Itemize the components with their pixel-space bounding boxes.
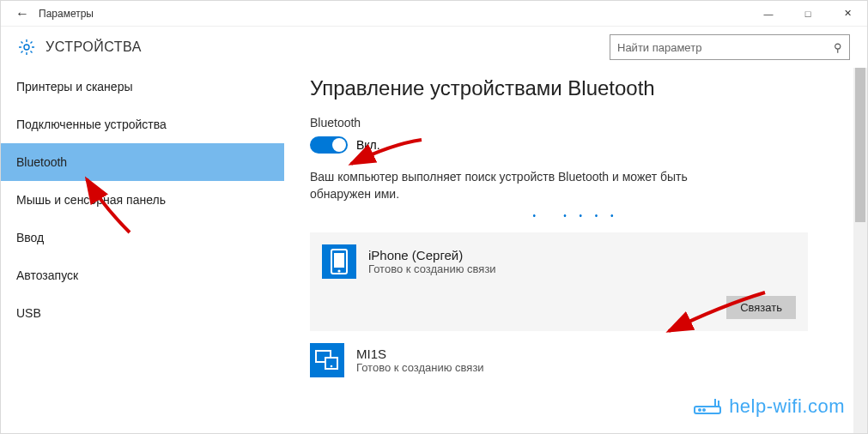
device-icon bbox=[310, 343, 344, 377]
svg-point-9 bbox=[703, 409, 705, 411]
device-status: Готово к созданию связи bbox=[356, 361, 808, 374]
svg-point-8 bbox=[699, 409, 701, 411]
svg-rect-2 bbox=[334, 253, 344, 268]
vertical-scrollbar[interactable] bbox=[853, 68, 867, 433]
sidebar-item-label: Мышь и сенсорная панель bbox=[16, 193, 166, 207]
search-input[interactable] bbox=[617, 41, 834, 54]
wifi-router-icon bbox=[693, 396, 722, 417]
device-item-selected[interactable]: iPhone (Сергей) Готово к созданию связи … bbox=[310, 232, 808, 331]
sidebar: Принтеры и сканеры Подключенные устройст… bbox=[1, 68, 284, 433]
sidebar-item-bluetooth[interactable]: Bluetooth bbox=[1, 143, 284, 181]
content-area: Управление устройствами Bluetooth Blueto… bbox=[284, 68, 867, 433]
sidebar-item-label: Автозапуск bbox=[16, 268, 78, 282]
titlebar: ← Параметры — □ ✕ bbox=[1, 1, 867, 27]
sidebar-item-label: Ввод bbox=[16, 231, 44, 244]
device-status: Готово к созданию связи bbox=[368, 262, 796, 275]
phone-icon bbox=[322, 244, 356, 279]
sidebar-item-mouse[interactable]: Мышь и сенсорная панель bbox=[1, 181, 284, 219]
sidebar-item-connected-devices[interactable]: Подключенные устройства bbox=[1, 105, 284, 143]
device-name: MI1S bbox=[356, 347, 808, 361]
bluetooth-toggle[interactable] bbox=[310, 136, 348, 154]
sidebar-item-autorun[interactable]: Автозапуск bbox=[1, 256, 284, 294]
sidebar-item-input[interactable]: Ввод bbox=[1, 219, 284, 256]
svg-point-0 bbox=[24, 45, 29, 50]
close-button[interactable]: ✕ bbox=[828, 1, 867, 27]
maximize-button[interactable]: □ bbox=[788, 1, 828, 27]
back-button[interactable]: ← bbox=[9, 6, 35, 21]
sidebar-item-label: Подключенные устройства bbox=[16, 118, 167, 131]
window-controls: — □ ✕ bbox=[749, 1, 867, 27]
gear-icon bbox=[18, 39, 35, 56]
page-category-title: УСТРОЙСТВА bbox=[46, 39, 142, 55]
header: УСТРОЙСТВА ⚲ bbox=[1, 27, 867, 68]
bluetooth-toggle-state: Вкл. bbox=[356, 138, 380, 152]
pair-button[interactable]: Связать bbox=[726, 296, 796, 319]
search-icon: ⚲ bbox=[834, 41, 842, 54]
sidebar-item-label: Bluetooth bbox=[16, 155, 67, 169]
sidebar-item-label: Принтеры и сканеры bbox=[16, 80, 132, 93]
search-box[interactable]: ⚲ bbox=[610, 34, 850, 60]
device-item[interactable]: MI1S Готово к созданию связи bbox=[310, 343, 808, 377]
watermark: help-wifi.com bbox=[693, 395, 845, 418]
bluetooth-status-text: Ваш компьютер выполняет поиск устройств … bbox=[310, 169, 739, 202]
sidebar-item-printers[interactable]: Принтеры и сканеры bbox=[1, 68, 284, 105]
searching-indicator: • • • • • bbox=[447, 211, 705, 220]
window-title: Параметры bbox=[35, 8, 94, 20]
sidebar-item-usb[interactable]: USB bbox=[1, 294, 284, 332]
bluetooth-section-label: Bluetooth bbox=[310, 116, 841, 130]
minimize-button[interactable]: — bbox=[749, 1, 788, 27]
page-title: Управление устройствами Bluetooth bbox=[310, 76, 841, 100]
sidebar-item-label: USB bbox=[16, 306, 41, 320]
device-name: iPhone (Сергей) bbox=[368, 248, 796, 262]
svg-point-3 bbox=[337, 270, 340, 273]
svg-point-6 bbox=[331, 365, 333, 368]
watermark-text: help-wifi.com bbox=[729, 395, 845, 418]
scrollbar-thumb[interactable] bbox=[855, 68, 865, 222]
